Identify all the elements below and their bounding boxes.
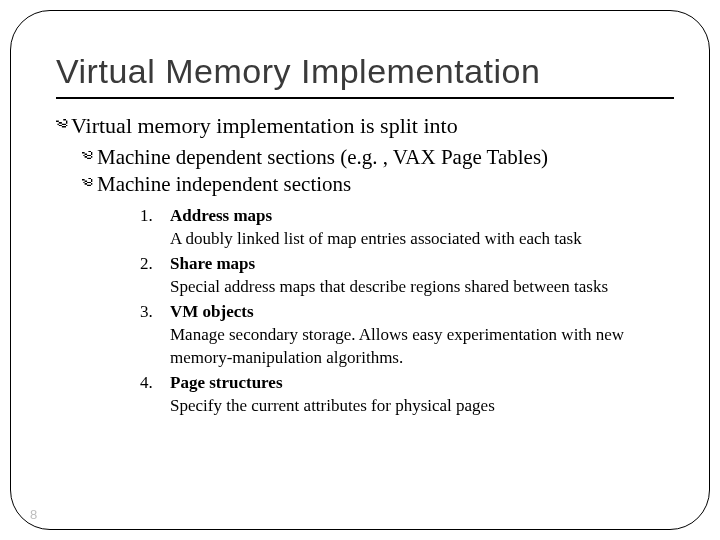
bullet-text: Machine dependent sections (e.g. , VAX P… xyxy=(97,145,548,169)
slide-body: ༄Virtual memory implementation is split … xyxy=(56,113,684,417)
item-content: Share maps Special address maps that des… xyxy=(170,253,684,299)
item-title: Address maps xyxy=(170,205,684,228)
item-desc: A doubly linked list of map entries asso… xyxy=(170,228,684,251)
title-underline xyxy=(56,97,674,99)
item-content: VM objects Manage secondary storage. All… xyxy=(170,301,684,370)
page-number: 8 xyxy=(30,507,37,522)
item-desc: Special address maps that describe regio… xyxy=(170,276,684,299)
item-number: 4. xyxy=(140,372,170,418)
bullet-text: Virtual memory implementation is split i… xyxy=(71,113,458,138)
bullet-level-1: ༄Virtual memory implementation is split … xyxy=(56,113,684,139)
slide-title: Virtual Memory Implementation xyxy=(56,52,684,91)
numbered-list: 1. Address maps A doubly linked list of … xyxy=(140,205,684,417)
item-title: Share maps xyxy=(170,253,684,276)
list-item: 1. Address maps A doubly linked list of … xyxy=(140,205,684,251)
item-content: Page structures Specify the current attr… xyxy=(170,372,684,418)
item-number: 3. xyxy=(140,301,170,370)
list-item: 4. Page structures Specify the current a… xyxy=(140,372,684,418)
item-number: 2. xyxy=(140,253,170,299)
bullet-text: Machine independent sections xyxy=(97,172,351,196)
bullet-level-2: ༄Machine dependent sections (e.g. , VAX … xyxy=(82,145,684,170)
item-title: Page structures xyxy=(170,372,684,395)
item-desc: Specify the current attributes for physi… xyxy=(170,395,684,418)
item-number: 1. xyxy=(140,205,170,251)
bullet-level-2: ༄Machine independent sections xyxy=(82,172,684,197)
list-item: 2. Share maps Special address maps that … xyxy=(140,253,684,299)
bullet-icon: ༄ xyxy=(82,172,93,197)
item-desc: Manage secondary storage. Allows easy ex… xyxy=(170,324,684,370)
item-title: VM objects xyxy=(170,301,684,324)
list-item: 3. VM objects Manage secondary storage. … xyxy=(140,301,684,370)
item-content: Address maps A doubly linked list of map… xyxy=(170,205,684,251)
slide: Virtual Memory Implementation ༄Virtual m… xyxy=(0,0,720,540)
bullet-icon: ༄ xyxy=(56,113,67,139)
bullet-icon: ༄ xyxy=(82,145,93,170)
